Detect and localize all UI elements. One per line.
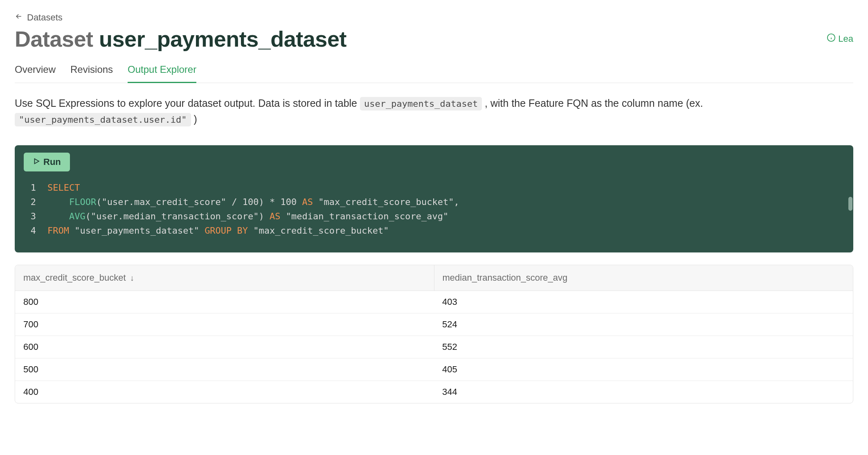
table-cell: 524: [434, 313, 853, 336]
column-header[interactable]: max_credit_score_bucket↓: [15, 265, 434, 291]
code-line[interactable]: 2 FLOOR("user.max_credit_score" / 100) *…: [15, 195, 853, 209]
run-button[interactable]: Run: [24, 153, 70, 171]
table-row[interactable]: 400344: [15, 381, 853, 403]
play-icon: [33, 157, 40, 167]
svg-marker-3: [35, 159, 39, 164]
description-code-example: "user_payments_dataset.user.id": [15, 113, 191, 126]
tab-overview[interactable]: Overview: [15, 59, 56, 83]
table-cell: 500: [15, 358, 434, 381]
line-number: 3: [15, 209, 47, 223]
column-label: max_credit_score_bucket: [23, 273, 126, 283]
column-label: median_transaction_score_avg: [443, 273, 568, 283]
title-row: Dataset user_payments_dataset Lea: [15, 26, 853, 52]
results-body: 800403700524600552500405400344: [15, 291, 853, 403]
back-arrow-icon[interactable]: [15, 12, 23, 23]
line-number: 4: [15, 223, 47, 238]
code-line[interactable]: 1SELECT: [15, 180, 853, 195]
code-area[interactable]: 1SELECT2 FLOOR("user.max_credit_score" /…: [15, 180, 853, 238]
table-cell: 400: [15, 381, 434, 403]
table-cell: 700: [15, 313, 434, 336]
table-cell: 800: [15, 291, 434, 313]
line-number: 2: [15, 195, 47, 209]
table-row[interactable]: 700524: [15, 313, 853, 336]
table-cell: 552: [434, 336, 853, 358]
code-content[interactable]: AVG("user.median_transaction_score") AS …: [47, 209, 853, 223]
sql-editor[interactable]: Run 1SELECT2 FLOOR("user.max_credit_scor…: [15, 145, 853, 253]
code-content[interactable]: FROM "user_payments_dataset" GROUP BY "m…: [47, 223, 853, 238]
table-row[interactable]: 600552: [15, 336, 853, 358]
table-cell: 344: [434, 381, 853, 403]
page-title: Dataset user_payments_dataset: [15, 26, 346, 52]
learn-more-link[interactable]: Lea: [827, 33, 853, 45]
table-row[interactable]: 500405: [15, 358, 853, 381]
description-pre: Use SQL Expressions to explore your data…: [15, 97, 360, 109]
breadcrumb[interactable]: Datasets: [15, 12, 853, 23]
tab-revisions[interactable]: Revisions: [70, 59, 113, 83]
code-content[interactable]: FLOOR("user.max_credit_score" / 100) * 1…: [47, 195, 853, 209]
results-table: max_credit_score_bucket↓median_transacti…: [15, 265, 853, 403]
breadcrumb-label[interactable]: Datasets: [27, 12, 63, 23]
tabs: OverviewRevisionsOutput Explorer: [15, 59, 853, 83]
table-row[interactable]: 800403: [15, 291, 853, 313]
description-post: ): [194, 113, 197, 125]
learn-more-label: Lea: [838, 34, 853, 44]
results-header: max_credit_score_bucket↓median_transacti…: [15, 265, 853, 291]
scrollbar-handle[interactable]: [848, 197, 852, 211]
code-content[interactable]: SELECT: [47, 180, 853, 195]
column-header[interactable]: median_transaction_score_avg: [434, 265, 853, 291]
sort-desc-icon: ↓: [130, 273, 134, 283]
code-line[interactable]: 3 AVG("user.median_transaction_score") A…: [15, 209, 853, 223]
description: Use SQL Expressions to explore your data…: [15, 95, 853, 127]
description-mid: , with the Feature FQN as the column nam…: [485, 97, 703, 109]
title-name: user_payments_dataset: [99, 27, 346, 51]
info-icon: [827, 33, 836, 45]
code-line[interactable]: 4FROM "user_payments_dataset" GROUP BY "…: [15, 223, 853, 238]
line-number: 1: [15, 180, 47, 195]
run-button-label: Run: [43, 157, 61, 167]
table-cell: 405: [434, 358, 853, 381]
title-prefix: Dataset: [15, 27, 99, 51]
tab-output-explorer[interactable]: Output Explorer: [128, 59, 196, 83]
table-cell: 403: [434, 291, 853, 313]
description-code-table: user_payments_dataset: [360, 97, 482, 110]
table-cell: 600: [15, 336, 434, 358]
